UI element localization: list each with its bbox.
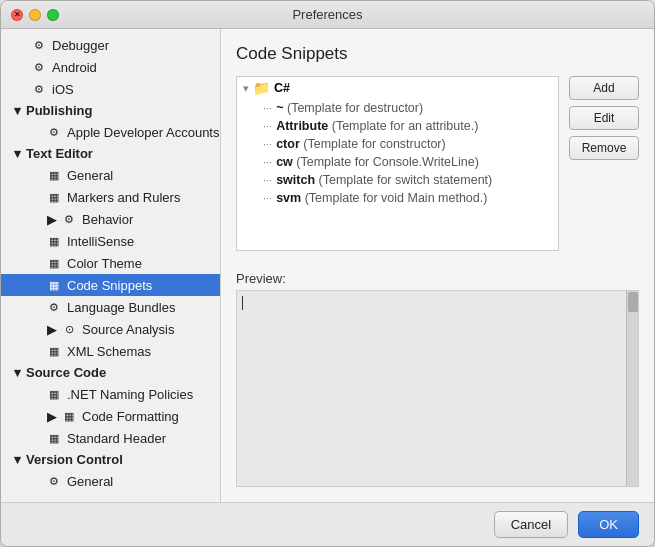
ios-icon: ⚙ xyxy=(31,81,47,97)
sidebar-category-text-editor[interactable]: ▾ Text Editor xyxy=(1,143,220,164)
snippet-keyword: cw xyxy=(276,155,293,169)
markers-icon: ▦ xyxy=(46,189,62,205)
source-analysis-icon: ⊙ xyxy=(61,321,77,337)
sidebar-item-language-bundles[interactable]: ⚙ Language Bundles xyxy=(1,296,220,318)
expand-source-code-icon: ▾ xyxy=(11,367,23,379)
android-icon: ⚙ xyxy=(31,59,47,75)
sidebar-item-code-snippets[interactable]: ▦ Code Snippets xyxy=(1,274,220,296)
sidebar-item-intellisense[interactable]: ▦ IntelliSense xyxy=(1,230,220,252)
snippet-keyword: svm xyxy=(276,191,301,205)
snippet-keyword: switch xyxy=(276,173,315,187)
snippet-keyword: ~ xyxy=(276,101,283,115)
behavior-icon: ⚙ xyxy=(61,211,77,227)
preview-label: Preview: xyxy=(236,271,639,286)
sidebar-item-source-analysis[interactable]: ▶ ⊙ Source Analysis xyxy=(1,318,220,340)
sidebar-category-publishing[interactable]: ▾ Publishing xyxy=(1,100,220,121)
snippet-desc: (Template for switch statement) xyxy=(319,173,493,187)
apple-icon: ⚙ xyxy=(46,124,62,140)
xml-schemas-icon: ▦ xyxy=(46,343,62,359)
debugger-icon: ⚙ xyxy=(31,37,47,53)
main-content: ⚙ Debugger ⚙ Android ⚙ iOS ▾ xyxy=(1,29,654,502)
sidebar-category-version-control[interactable]: ▾ Version Control xyxy=(1,449,220,470)
edit-button[interactable]: Edit xyxy=(569,106,639,130)
dots-icon: ··· xyxy=(263,174,272,186)
scrollbar-thumb[interactable] xyxy=(628,292,638,312)
tree-category-label: C# xyxy=(274,81,290,95)
sidebar-item-markers-rulers[interactable]: ▦ Markers and Rulers xyxy=(1,186,220,208)
maximize-button[interactable] xyxy=(47,9,59,21)
text-cursor xyxy=(242,296,243,310)
tree-item-destructor[interactable]: ··· ~ (Template for destructor) xyxy=(237,99,558,117)
window-title: Preferences xyxy=(292,7,362,22)
language-bundles-icon: ⚙ xyxy=(46,299,62,315)
folder-icon: 📁 xyxy=(253,80,270,96)
panel-title: Code Snippets xyxy=(236,44,639,64)
sidebar-item-ios[interactable]: ⚙ iOS xyxy=(1,78,220,100)
code-formatting-icon: ▦ xyxy=(61,408,77,424)
tree-item-attribute[interactable]: ··· Attribute (Template for an attribute… xyxy=(237,117,558,135)
ok-button[interactable]: OK xyxy=(578,511,639,538)
sidebar-item-xml-schemas[interactable]: ▦ XML Schemas xyxy=(1,340,220,362)
tree-category-csharp[interactable]: ▾ 📁 C# xyxy=(237,77,558,99)
remove-button[interactable]: Remove xyxy=(569,136,639,160)
sidebar-item-behavior[interactable]: ▶ ⚙ Behavior xyxy=(1,208,220,230)
color-theme-icon: ▦ xyxy=(46,255,62,271)
tree-item-switch[interactable]: ··· switch (Template for switch statemen… xyxy=(237,171,558,189)
expand-publishing-icon: ▾ xyxy=(11,105,23,117)
dots-icon: ··· xyxy=(263,156,272,168)
preview-section: Preview: xyxy=(236,271,639,487)
traffic-lights: ✕ xyxy=(11,9,59,21)
bottom-bar: Cancel OK xyxy=(1,502,654,546)
expand-code-formatting-icon: ▶ xyxy=(46,410,58,422)
sidebar-item-general[interactable]: ▦ General xyxy=(1,164,220,186)
code-snippets-icon: ▦ xyxy=(46,277,62,293)
dots-icon: ··· xyxy=(263,192,272,204)
sidebar-item-debugger[interactable]: ⚙ Debugger xyxy=(1,34,220,56)
snippets-area: ▾ 📁 C# ··· ~ (Template for destructor) xyxy=(236,76,639,487)
close-button[interactable]: ✕ xyxy=(11,9,23,21)
dots-icon: ··· xyxy=(263,138,272,150)
sidebar-item-standard-header[interactable]: ▦ Standard Header xyxy=(1,427,220,449)
tree-item-cw[interactable]: ··· cw (Template for Console.WriteLine) xyxy=(237,153,558,171)
sidebar-item-net-naming[interactable]: ▦ .NET Naming Policies xyxy=(1,383,220,405)
sidebar: ⚙ Debugger ⚙ Android ⚙ iOS ▾ xyxy=(1,29,221,502)
scrollbar[interactable] xyxy=(626,291,638,486)
net-naming-icon: ▦ xyxy=(46,386,62,402)
tree-item-svm[interactable]: ··· svm (Template for void Main method.) xyxy=(237,189,558,207)
standard-header-icon: ▦ xyxy=(46,430,62,446)
tree-expand-icon: ▾ xyxy=(243,82,249,95)
snippet-desc: (Template for void Main method.) xyxy=(305,191,488,205)
sidebar-item-vc-general[interactable]: ⚙ General xyxy=(1,470,220,492)
title-bar: ✕ Preferences xyxy=(1,1,654,29)
preferences-window: ✕ Preferences ⚙ Debugger ⚙ Android xyxy=(0,0,655,547)
main-panel: Code Snippets ▾ 📁 C# ··· xyxy=(221,29,654,502)
snippet-desc: (Template for an attribute.) xyxy=(332,119,479,133)
expand-version-control-icon: ▾ xyxy=(11,454,23,466)
dots-icon: ··· xyxy=(263,102,272,114)
preview-box[interactable] xyxy=(236,290,639,487)
sidebar-category-source-code[interactable]: ▾ Source Code xyxy=(1,362,220,383)
expand-text-editor-icon: ▾ xyxy=(11,148,23,160)
tree-item-ctor[interactable]: ··· ctor (Template for constructor) xyxy=(237,135,558,153)
add-button[interactable]: Add xyxy=(569,76,639,100)
vc-general-icon: ⚙ xyxy=(46,473,62,489)
dots-icon: ··· xyxy=(263,120,272,132)
snippet-keyword: ctor xyxy=(276,137,300,151)
snippet-desc: (Template for Console.WriteLine) xyxy=(296,155,478,169)
snippet-desc: (Template for destructor) xyxy=(287,101,423,115)
sidebar-item-android[interactable]: ⚙ Android xyxy=(1,56,220,78)
expand-behavior-icon: ▶ xyxy=(46,213,58,225)
minimize-button[interactable] xyxy=(29,9,41,21)
sidebar-item-color-theme[interactable]: ▦ Color Theme xyxy=(1,252,220,274)
general-icon: ▦ xyxy=(46,167,62,183)
sidebar-item-apple-dev[interactable]: ⚙ Apple Developer Accounts xyxy=(1,121,220,143)
cancel-button[interactable]: Cancel xyxy=(494,511,568,538)
intellisense-icon: ▦ xyxy=(46,233,62,249)
expand-source-analysis-icon: ▶ xyxy=(46,323,58,335)
action-buttons: Add Edit Remove xyxy=(569,76,639,251)
snippets-top: ▾ 📁 C# ··· ~ (Template for destructor) xyxy=(236,76,639,251)
snippet-desc: (Template for constructor) xyxy=(303,137,445,151)
snippets-tree[interactable]: ▾ 📁 C# ··· ~ (Template for destructor) xyxy=(236,76,559,251)
snippet-keyword: Attribute xyxy=(276,119,328,133)
sidebar-item-code-formatting[interactable]: ▶ ▦ Code Formatting xyxy=(1,405,220,427)
